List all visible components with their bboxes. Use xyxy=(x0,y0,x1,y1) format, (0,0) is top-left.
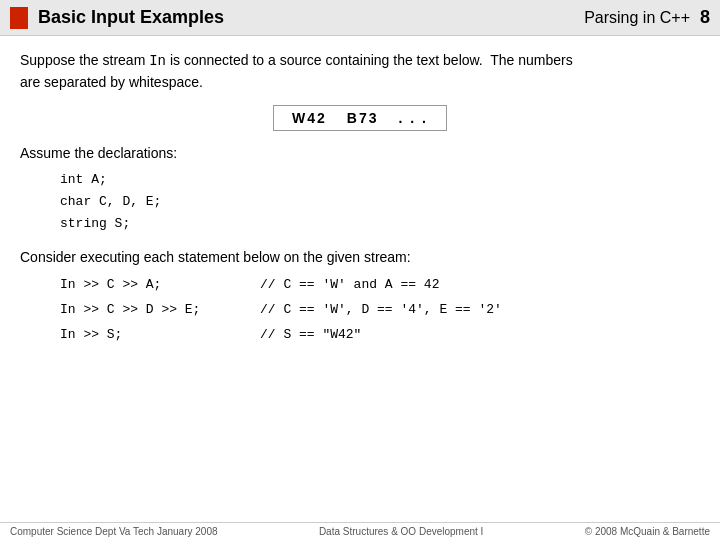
stream-box-container: W42 B73 . . . xyxy=(20,105,700,131)
declarations-code: int A; char C, D, E; string S; xyxy=(60,169,700,235)
ex1-comment: // C == 'W' and A == 42 xyxy=(260,273,439,298)
decl-string: string S; xyxy=(60,216,130,231)
ex3-stmt: In >> S; xyxy=(60,323,260,348)
code-examples: In >> C >> A; // C == 'W' and A == 42 In… xyxy=(60,273,700,347)
footer-right: © 2008 McQuain & Barnette xyxy=(585,526,710,537)
footer: Computer Science Dept Va Tech January 20… xyxy=(0,522,720,540)
stream-item-1: W42 xyxy=(292,110,327,126)
stream-item-ellipsis: . . . xyxy=(399,110,428,126)
slide-number: 8 xyxy=(700,7,710,28)
header: Basic Input Examples Parsing in C++ 8 xyxy=(0,0,720,36)
footer-center: Data Structures & OO Development I xyxy=(319,526,484,537)
stream-box: W42 B73 . . . xyxy=(273,105,447,131)
page-title: Basic Input Examples xyxy=(38,7,584,28)
consider-label: Consider executing each statement below … xyxy=(20,249,700,265)
decl-int: int A; xyxy=(60,172,107,187)
parsing-label: Parsing in C++ xyxy=(584,9,690,27)
ex1-stmt: In >> C >> A; xyxy=(60,273,260,298)
decl-char: char C, D, E; xyxy=(60,194,161,209)
ex3-comment: // S == "W42" xyxy=(260,323,361,348)
intro-paragraph: Suppose the stream In is connected to a … xyxy=(20,50,700,93)
example-line-1: In >> C >> A; // C == 'W' and A == 42 xyxy=(60,273,700,298)
declarations-label: Assume the declarations: xyxy=(20,145,700,161)
example-line-2: In >> C >> D >> E; // C == 'W', D == '4'… xyxy=(60,298,700,323)
in-token: In xyxy=(149,53,166,69)
ex2-comment: // C == 'W', D == '4', E == '2' xyxy=(260,298,502,323)
stream-item-2: B73 xyxy=(347,110,379,126)
header-right: Parsing in C++ 8 xyxy=(584,7,710,28)
decl-line-2: char C, D, E; xyxy=(60,191,700,213)
ex2-stmt: In >> C >> D >> E; xyxy=(60,298,260,323)
decl-line-1: int A; xyxy=(60,169,700,191)
decl-line-3: string S; xyxy=(60,213,700,235)
main-content: Suppose the stream In is connected to a … xyxy=(0,36,720,353)
example-line-3: In >> S; // S == "W42" xyxy=(60,323,700,348)
header-accent-bar xyxy=(10,7,28,29)
footer-left: Computer Science Dept Va Tech January 20… xyxy=(10,526,218,537)
